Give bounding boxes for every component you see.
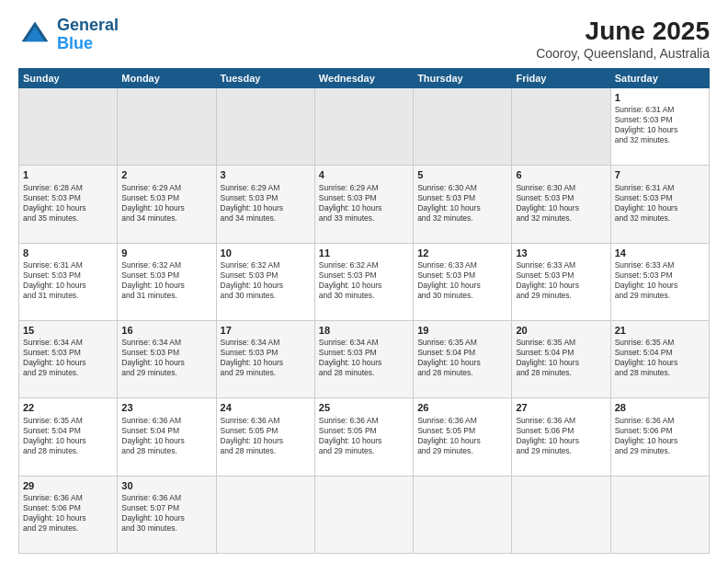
table-row: 5Sunrise: 6:30 AMSunset: 5:03 PMDaylight… <box>414 166 512 243</box>
table-row: 11Sunrise: 6:32 AMSunset: 5:03 PMDayligh… <box>314 243 413 320</box>
table-row: 3Sunrise: 6:29 AMSunset: 5:03 PMDaylight… <box>216 166 314 243</box>
col-saturday: Saturday <box>610 69 709 88</box>
table-row: 26Sunrise: 6:36 AMSunset: 5:05 PMDayligh… <box>414 398 512 476</box>
day-info: Sunrise: 6:36 AMSunset: 5:05 PMDaylight:… <box>417 416 507 456</box>
day-info: Sunrise: 6:36 AMSunset: 5:05 PMDaylight:… <box>319 416 409 456</box>
day-info: Sunrise: 6:33 AMSunset: 5:03 PMDaylight:… <box>417 260 507 301</box>
day-number: 20 <box>516 324 606 337</box>
table-row <box>314 476 413 553</box>
table-row <box>216 88 314 166</box>
day-info: Sunrise: 6:31 AMSunset: 5:03 PMDaylight:… <box>23 260 113 301</box>
table-row: 12Sunrise: 6:33 AMSunset: 5:03 PMDayligh… <box>414 243 512 320</box>
table-row: 27Sunrise: 6:36 AMSunset: 5:06 PMDayligh… <box>512 398 610 476</box>
day-number: 23 <box>121 401 211 414</box>
day-number: 16 <box>121 324 211 337</box>
logo: General Blue <box>18 17 119 53</box>
col-wednesday: Wednesday <box>314 69 413 88</box>
day-info: Sunrise: 6:35 AMSunset: 5:04 PMDaylight:… <box>23 416 113 456</box>
day-number: 12 <box>417 247 507 259</box>
col-thursday: Thursday <box>414 69 512 88</box>
title-block: June 2025 Cooroy, Queensland, Australia <box>536 17 710 61</box>
table-row <box>512 88 610 166</box>
table-row: 1Sunrise: 6:31 AMSunset: 5:03 PMDaylight… <box>610 88 709 166</box>
day-info: Sunrise: 6:36 AMSunset: 5:06 PMDaylight:… <box>23 493 113 534</box>
day-info: Sunrise: 6:35 AMSunset: 5:04 PMDaylight:… <box>516 338 606 378</box>
day-info: Sunrise: 6:30 AMSunset: 5:03 PMDaylight:… <box>516 183 606 224</box>
table-row: 24Sunrise: 6:36 AMSunset: 5:05 PMDayligh… <box>216 398 314 476</box>
day-info: Sunrise: 6:32 AMSunset: 5:03 PMDaylight:… <box>121 260 211 301</box>
day-info: Sunrise: 6:29 AMSunset: 5:03 PMDaylight:… <box>221 183 311 224</box>
day-number: 25 <box>319 401 409 414</box>
day-info: Sunrise: 6:30 AMSunset: 5:03 PMDaylight:… <box>417 183 507 224</box>
day-number: 1 <box>23 168 113 181</box>
table-row: 15Sunrise: 6:34 AMSunset: 5:03 PMDayligh… <box>19 320 118 397</box>
table-row: 1Sunrise: 6:28 AMSunset: 5:03 PMDaylight… <box>19 166 118 243</box>
table-row: 2Sunrise: 6:29 AMSunset: 5:03 PMDaylight… <box>118 166 216 243</box>
day-number: 9 <box>121 247 211 259</box>
day-number: 1 <box>615 91 705 104</box>
table-row: 29Sunrise: 6:36 AMSunset: 5:06 PMDayligh… <box>19 476 118 553</box>
table-row <box>414 88 512 166</box>
logo-line2: Blue <box>57 35 119 53</box>
day-info: Sunrise: 6:29 AMSunset: 5:03 PMDaylight:… <box>121 183 211 224</box>
table-row: 22Sunrise: 6:35 AMSunset: 5:04 PMDayligh… <box>19 398 118 476</box>
day-number: 8 <box>23 247 113 259</box>
table-row: 16Sunrise: 6:34 AMSunset: 5:03 PMDayligh… <box>118 320 216 397</box>
calendar-header-row: Sunday Monday Tuesday Wednesday Thursday… <box>19 69 710 88</box>
day-number: 13 <box>516 247 606 259</box>
page-subtitle: Cooroy, Queensland, Australia <box>536 46 710 61</box>
table-row: 4Sunrise: 6:29 AMSunset: 5:03 PMDaylight… <box>314 166 413 243</box>
day-number: 22 <box>23 401 113 414</box>
day-number: 15 <box>23 324 113 337</box>
day-number: 19 <box>417 324 507 337</box>
col-tuesday: Tuesday <box>216 69 314 88</box>
day-info: Sunrise: 6:33 AMSunset: 5:03 PMDaylight:… <box>516 260 606 301</box>
day-number: 21 <box>615 324 705 337</box>
day-number: 26 <box>417 401 507 414</box>
table-row: 28Sunrise: 6:36 AMSunset: 5:06 PMDayligh… <box>610 398 709 476</box>
day-number: 28 <box>615 401 705 414</box>
day-number: 3 <box>221 168 311 181</box>
day-number: 24 <box>221 401 311 414</box>
day-number: 14 <box>615 247 705 259</box>
table-row: 19Sunrise: 6:35 AMSunset: 5:04 PMDayligh… <box>414 320 512 397</box>
calendar-week-row: 15Sunrise: 6:34 AMSunset: 5:03 PMDayligh… <box>19 320 710 397</box>
table-row: 14Sunrise: 6:33 AMSunset: 5:03 PMDayligh… <box>610 243 709 320</box>
calendar-week-row: 1Sunrise: 6:28 AMSunset: 5:03 PMDaylight… <box>19 166 710 243</box>
table-row: 25Sunrise: 6:36 AMSunset: 5:05 PMDayligh… <box>314 398 413 476</box>
day-number: 6 <box>516 168 606 181</box>
day-info: Sunrise: 6:29 AMSunset: 5:03 PMDaylight:… <box>319 183 409 224</box>
table-row <box>314 88 413 166</box>
day-number: 2 <box>121 168 211 181</box>
day-info: Sunrise: 6:36 AMSunset: 5:07 PMDaylight:… <box>121 493 211 534</box>
day-number: 30 <box>121 479 211 492</box>
col-sunday: Sunday <box>19 69 118 88</box>
day-info: Sunrise: 6:31 AMSunset: 5:03 PMDaylight:… <box>615 105 705 145</box>
day-info: Sunrise: 6:36 AMSunset: 5:06 PMDaylight:… <box>516 416 606 456</box>
table-row: 9Sunrise: 6:32 AMSunset: 5:03 PMDaylight… <box>118 243 216 320</box>
day-info: Sunrise: 6:34 AMSunset: 5:03 PMDaylight:… <box>121 338 211 378</box>
logo-icon <box>18 18 51 52</box>
table-row <box>414 476 512 553</box>
day-info: Sunrise: 6:32 AMSunset: 5:03 PMDaylight:… <box>319 260 409 301</box>
table-row: 17Sunrise: 6:34 AMSunset: 5:03 PMDayligh… <box>216 320 314 397</box>
day-info: Sunrise: 6:31 AMSunset: 5:03 PMDaylight:… <box>615 183 705 224</box>
day-number: 27 <box>516 401 606 414</box>
table-row: 8Sunrise: 6:31 AMSunset: 5:03 PMDaylight… <box>19 243 118 320</box>
calendar-week-row: 29Sunrise: 6:36 AMSunset: 5:06 PMDayligh… <box>19 476 710 553</box>
header: General Blue June 2025 Cooroy, Queenslan… <box>18 17 710 61</box>
col-friday: Friday <box>512 69 610 88</box>
logo-line1: General <box>57 17 119 35</box>
day-number: 17 <box>221 324 311 337</box>
calendar-week-row: 22Sunrise: 6:35 AMSunset: 5:04 PMDayligh… <box>19 398 710 476</box>
day-number: 5 <box>417 168 507 181</box>
table-row: 18Sunrise: 6:34 AMSunset: 5:03 PMDayligh… <box>314 320 413 397</box>
table-row <box>19 88 118 166</box>
day-info: Sunrise: 6:35 AMSunset: 5:04 PMDaylight:… <box>615 338 705 378</box>
day-number: 29 <box>23 479 113 492</box>
table-row: 6Sunrise: 6:30 AMSunset: 5:03 PMDaylight… <box>512 166 610 243</box>
page: General Blue June 2025 Cooroy, Queenslan… <box>0 0 728 563</box>
day-info: Sunrise: 6:28 AMSunset: 5:03 PMDaylight:… <box>23 183 113 224</box>
calendar-week-row: 8Sunrise: 6:31 AMSunset: 5:03 PMDaylight… <box>19 243 710 320</box>
table-row: 30Sunrise: 6:36 AMSunset: 5:07 PMDayligh… <box>118 476 216 553</box>
